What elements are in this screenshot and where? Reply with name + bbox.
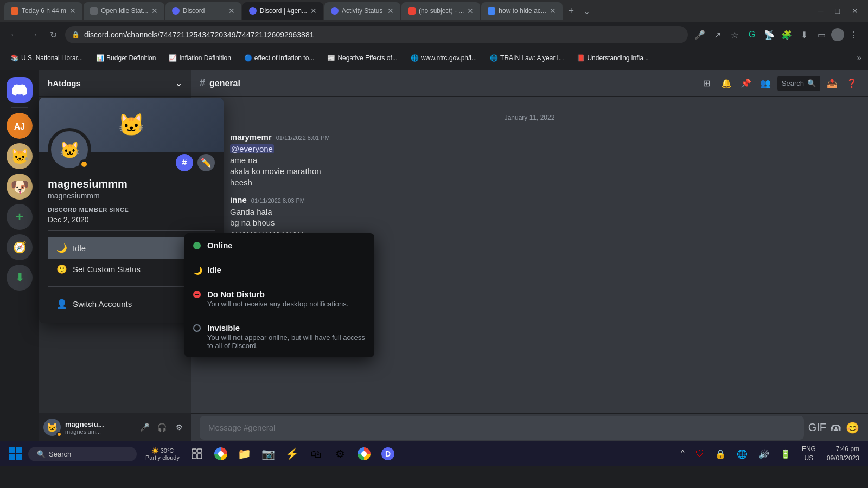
taskbar-volume-icon[interactable]: 🔊 <box>754 447 774 461</box>
profile-hash-button[interactable]: # <box>176 154 193 171</box>
bookmark-national-library[interactable]: 📚 U.S. National Librar... <box>7 52 87 64</box>
server-icon-cat[interactable]: 🐱 <box>7 143 33 169</box>
bookmark-inflation[interactable]: 📈 Inflation Definition <box>164 52 235 64</box>
tab-1-close[interactable]: ✕ <box>69 7 76 15</box>
bookmark-more-button[interactable]: » <box>857 53 861 63</box>
explore-servers-button[interactable]: 🧭 <box>7 234 33 260</box>
status-option-invisible[interactable]: Invisible You will not appear online, bu… <box>184 316 374 357</box>
tab-3-close[interactable]: ✕ <box>228 7 235 15</box>
taskbar-chrome2-icon[interactable] <box>353 443 375 465</box>
emoji-icon[interactable]: 😊 <box>846 421 859 434</box>
taskbar-settings-icon[interactable]: ⚙ <box>329 443 351 465</box>
tab-2[interactable]: Open Idle Stat... ✕ <box>84 2 164 20</box>
chat-header: # general ⊞ 🔔 📌 👥 Search 🔍 📥 ❓ <box>191 70 868 97</box>
taskbar-edge-icon[interactable]: ⚡ <box>282 443 303 465</box>
tab-7[interactable]: how to hide ac... ✕ <box>481 2 562 20</box>
server-header[interactable]: hAtdogs ⌄ <box>39 70 191 97</box>
search-box[interactable]: Search 🔍 <box>777 76 820 91</box>
mute-button[interactable]: 🎤 <box>137 420 152 435</box>
members-icon[interactable]: 👥 <box>758 76 773 91</box>
back-button[interactable]: ← <box>7 27 22 42</box>
tab-5-close[interactable]: ✕ <box>387 7 394 15</box>
menu-icon[interactable]: ⋮ <box>846 27 861 42</box>
tab-3[interactable]: Discord ✕ <box>165 2 241 20</box>
reload-button[interactable]: ↻ <box>46 27 61 42</box>
extension-icon[interactable]: 🧩 <box>779 27 794 42</box>
tab-1[interactable]: Today 6 h 44 m ✕ <box>4 2 82 20</box>
tab-overflow-button[interactable]: ⌄ <box>580 6 593 16</box>
user-account-icon[interactable] <box>831 28 844 41</box>
new-tab-button[interactable]: + <box>564 3 579 18</box>
status-option-online[interactable]: Online <box>184 233 374 258</box>
server-icon-dog[interactable]: 🐶 <box>7 174 33 200</box>
taskbar-lang[interactable]: ENGUS <box>797 442 820 465</box>
bookmark-budget[interactable]: 📊 Budget Definition <box>92 52 160 64</box>
profile-member-since-section: DISCORD MEMBER SINCE Dec 2, 2020 <box>48 207 215 224</box>
taskbar-chrome-icon[interactable] <box>210 443 232 465</box>
bookmark-ntrc[interactable]: 🌐 www.ntrc.gov.ph/i... <box>406 52 481 64</box>
taskbar-clock[interactable]: 7:46 pm09/08/2023 <box>822 442 864 465</box>
gif-icon[interactable]: GIF <box>808 421 826 434</box>
user-settings-button[interactable]: ⚙ <box>171 420 187 435</box>
taskbar-network-icon[interactable]: 🌐 <box>732 447 752 461</box>
bookmark-effect-inflation[interactable]: 🔵 effect of inflation to... <box>240 52 319 64</box>
message-1-content: marymemr 01/11/2022 8:01 PM @everyone am… <box>230 132 859 189</box>
start-button[interactable] <box>4 443 26 465</box>
taskbar-task-view[interactable] <box>186 443 208 465</box>
taskbar-antivirus-icon[interactable]: 🛡 <box>691 447 709 461</box>
download-icon[interactable]: ⬇ <box>796 27 812 42</box>
server-icon-alpha[interactable]: AJ <box>7 113 33 139</box>
user-panel-icons: 🎤 🎧 ⚙ <box>137 420 187 435</box>
tab-5[interactable]: Activity Status ✕ <box>324 2 400 20</box>
taskbar-weather[interactable]: ☀️ 30°C Partly cloudy <box>141 443 184 465</box>
discord-home-button[interactable] <box>7 77 33 103</box>
sticker-icon[interactable]: 🎟 <box>831 421 841 434</box>
taskbar-lang-text: ENGUS <box>802 445 816 463</box>
inbox-icon[interactable]: 📥 <box>825 76 840 91</box>
bookmark-understanding-inflation[interactable]: 📕 Understanding infla... <box>572 52 653 64</box>
help-icon[interactable]: ❓ <box>844 76 859 91</box>
status-option-idle[interactable]: 🌙 Idle <box>184 258 374 282</box>
window-minimize-button[interactable]: ─ <box>813 7 829 15</box>
status-dropdown: Online 🌙 Idle Do Not Disturb You will no… <box>184 233 374 357</box>
taskbar-chevron-up[interactable]: ^ <box>676 447 689 461</box>
chromecast-icon[interactable]: 📡 <box>762 27 777 42</box>
taskbar-discord-icon[interactable]: D <box>377 443 399 465</box>
bookmark-train-law[interactable]: 🌐 TRAIN Law: A year i... <box>486 52 568 64</box>
notification-bell-icon[interactable]: 🔔 <box>719 76 734 91</box>
share-icon[interactable]: ↗ <box>710 27 725 42</box>
message-input[interactable]: Message #general <box>200 416 804 440</box>
tab-4-close[interactable]: ✕ <box>310 7 317 15</box>
address-input[interactable]: 🔒 discord.com/channels/74472112543472034… <box>65 26 688 43</box>
edit-profile-button[interactable]: ✏️ <box>197 154 215 171</box>
tab-7-close[interactable]: ✕ <box>550 7 556 15</box>
tab-4[interactable]: Discord | #gen... ✕ <box>242 2 323 20</box>
tab-6-close[interactable]: ✕ <box>467 7 474 15</box>
download-apps-button[interactable]: ⬇ <box>7 265 33 291</box>
tab-2-close[interactable]: ✕ <box>151 7 158 15</box>
taskbar-folder-icon[interactable]: 📁 <box>234 443 256 465</box>
taskbar-store-icon[interactable]: 🛍 <box>305 443 327 465</box>
add-server-button[interactable]: + <box>7 204 33 230</box>
screen-capture-icon[interactable]: 🎤 <box>692 27 707 42</box>
taskbar-shield-icon[interactable]: 🔒 <box>711 447 730 461</box>
taskbar-search[interactable]: 🔍 Search <box>28 447 137 461</box>
deafen-button[interactable]: 🎧 <box>154 420 169 435</box>
taskbar-camera-icon[interactable]: 📷 <box>258 443 279 465</box>
taskbar-search-icon: 🔍 <box>37 450 46 458</box>
status-option-dnd[interactable]: Do Not Disturb You will not receive any … <box>184 282 374 316</box>
bookmark-negative-effects[interactable]: 📰 Negative Effects of... <box>323 52 402 64</box>
pin-icon[interactable]: 📌 <box>738 76 754 91</box>
bookmark-icon[interactable]: ☆ <box>727 27 742 42</box>
window-close-button[interactable]: ✕ <box>846 7 864 15</box>
taskbar-battery-icon[interactable]: 🔋 <box>776 447 795 461</box>
grammarly-icon[interactable]: G <box>744 27 760 42</box>
sidebar-icon[interactable]: ▭ <box>814 27 829 42</box>
tab-6[interactable]: (no subject) - ... ✕ <box>401 2 480 20</box>
invisible-info: Invisible You will not appear online, bu… <box>207 323 366 350</box>
forward-button[interactable]: → <box>26 27 41 42</box>
window-maximize-button[interactable]: □ <box>830 7 845 15</box>
message-1-header: marymemr 01/11/2022 8:01 PM <box>230 132 859 142</box>
tab-7-favicon <box>488 7 495 15</box>
hashtag-icon[interactable]: ⊞ <box>699 76 714 91</box>
